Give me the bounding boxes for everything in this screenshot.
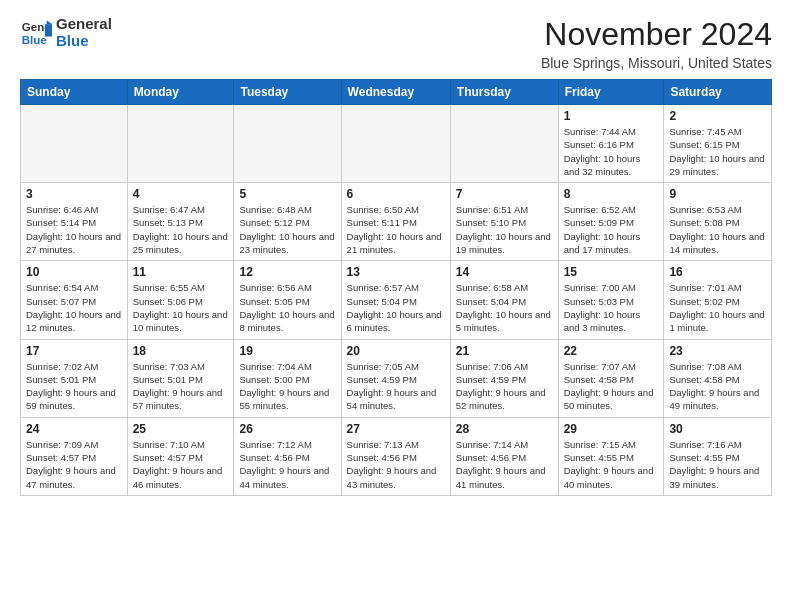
day-number: 21 — [456, 344, 553, 358]
calendar-cell: 2Sunrise: 7:45 AM Sunset: 6:15 PM Daylig… — [664, 105, 772, 183]
day-number: 8 — [564, 187, 659, 201]
calendar-header-row: SundayMondayTuesdayWednesdayThursdayFrid… — [21, 80, 772, 105]
calendar-cell: 18Sunrise: 7:03 AM Sunset: 5:01 PM Dayli… — [127, 339, 234, 417]
day-info: Sunrise: 7:44 AM Sunset: 6:16 PM Dayligh… — [564, 125, 659, 178]
day-number: 2 — [669, 109, 766, 123]
calendar-cell — [341, 105, 450, 183]
day-number: 10 — [26, 265, 122, 279]
day-info: Sunrise: 6:58 AM Sunset: 5:04 PM Dayligh… — [456, 281, 553, 334]
day-info: Sunrise: 6:54 AM Sunset: 5:07 PM Dayligh… — [26, 281, 122, 334]
calendar-cell: 14Sunrise: 6:58 AM Sunset: 5:04 PM Dayli… — [450, 261, 558, 339]
day-number: 22 — [564, 344, 659, 358]
day-info: Sunrise: 7:10 AM Sunset: 4:57 PM Dayligh… — [133, 438, 229, 491]
day-number: 4 — [133, 187, 229, 201]
col-header-thursday: Thursday — [450, 80, 558, 105]
calendar-cell: 26Sunrise: 7:12 AM Sunset: 4:56 PM Dayli… — [234, 417, 341, 495]
logo: General Blue General Blue — [20, 16, 112, 49]
day-info: Sunrise: 6:56 AM Sunset: 5:05 PM Dayligh… — [239, 281, 335, 334]
day-info: Sunrise: 7:16 AM Sunset: 4:55 PM Dayligh… — [669, 438, 766, 491]
calendar-cell: 23Sunrise: 7:08 AM Sunset: 4:58 PM Dayli… — [664, 339, 772, 417]
calendar-cell — [450, 105, 558, 183]
day-number: 11 — [133, 265, 229, 279]
day-number: 19 — [239, 344, 335, 358]
day-number: 26 — [239, 422, 335, 436]
calendar-cell: 3Sunrise: 6:46 AM Sunset: 5:14 PM Daylig… — [21, 183, 128, 261]
day-number: 5 — [239, 187, 335, 201]
day-number: 27 — [347, 422, 445, 436]
day-number: 7 — [456, 187, 553, 201]
calendar-cell: 27Sunrise: 7:13 AM Sunset: 4:56 PM Dayli… — [341, 417, 450, 495]
day-number: 3 — [26, 187, 122, 201]
calendar-cell: 6Sunrise: 6:50 AM Sunset: 5:11 PM Daylig… — [341, 183, 450, 261]
calendar-cell: 28Sunrise: 7:14 AM Sunset: 4:56 PM Dayli… — [450, 417, 558, 495]
calendar-cell: 11Sunrise: 6:55 AM Sunset: 5:06 PM Dayli… — [127, 261, 234, 339]
calendar-cell — [127, 105, 234, 183]
day-info: Sunrise: 6:51 AM Sunset: 5:10 PM Dayligh… — [456, 203, 553, 256]
day-number: 29 — [564, 422, 659, 436]
svg-text:Blue: Blue — [22, 33, 48, 45]
day-info: Sunrise: 7:15 AM Sunset: 4:55 PM Dayligh… — [564, 438, 659, 491]
day-number: 30 — [669, 422, 766, 436]
day-info: Sunrise: 7:03 AM Sunset: 5:01 PM Dayligh… — [133, 360, 229, 413]
day-number: 9 — [669, 187, 766, 201]
day-number: 15 — [564, 265, 659, 279]
calendar-table: SundayMondayTuesdayWednesdayThursdayFrid… — [20, 79, 772, 496]
week-row-5: 24Sunrise: 7:09 AM Sunset: 4:57 PM Dayli… — [21, 417, 772, 495]
week-row-4: 17Sunrise: 7:02 AM Sunset: 5:01 PM Dayli… — [21, 339, 772, 417]
col-header-wednesday: Wednesday — [341, 80, 450, 105]
week-row-1: 1Sunrise: 7:44 AM Sunset: 6:16 PM Daylig… — [21, 105, 772, 183]
day-info: Sunrise: 6:52 AM Sunset: 5:09 PM Dayligh… — [564, 203, 659, 256]
day-info: Sunrise: 7:04 AM Sunset: 5:00 PM Dayligh… — [239, 360, 335, 413]
month-title: November 2024 — [541, 16, 772, 53]
col-header-tuesday: Tuesday — [234, 80, 341, 105]
day-info: Sunrise: 6:47 AM Sunset: 5:13 PM Dayligh… — [133, 203, 229, 256]
day-info: Sunrise: 7:13 AM Sunset: 4:56 PM Dayligh… — [347, 438, 445, 491]
calendar-cell: 21Sunrise: 7:06 AM Sunset: 4:59 PM Dayli… — [450, 339, 558, 417]
calendar-cell — [21, 105, 128, 183]
day-info: Sunrise: 7:02 AM Sunset: 5:01 PM Dayligh… — [26, 360, 122, 413]
calendar-cell: 9Sunrise: 6:53 AM Sunset: 5:08 PM Daylig… — [664, 183, 772, 261]
day-number: 13 — [347, 265, 445, 279]
day-info: Sunrise: 6:55 AM Sunset: 5:06 PM Dayligh… — [133, 281, 229, 334]
logo-general-text: General — [56, 16, 112, 33]
calendar-cell: 5Sunrise: 6:48 AM Sunset: 5:12 PM Daylig… — [234, 183, 341, 261]
col-header-friday: Friday — [558, 80, 664, 105]
calendar-cell: 4Sunrise: 6:47 AM Sunset: 5:13 PM Daylig… — [127, 183, 234, 261]
logo-icon: General Blue — [20, 17, 52, 49]
title-block: November 2024 Blue Springs, Missouri, Un… — [541, 16, 772, 71]
calendar-cell: 30Sunrise: 7:16 AM Sunset: 4:55 PM Dayli… — [664, 417, 772, 495]
calendar-cell: 20Sunrise: 7:05 AM Sunset: 4:59 PM Dayli… — [341, 339, 450, 417]
day-info: Sunrise: 7:07 AM Sunset: 4:58 PM Dayligh… — [564, 360, 659, 413]
day-number: 20 — [347, 344, 445, 358]
day-info: Sunrise: 7:08 AM Sunset: 4:58 PM Dayligh… — [669, 360, 766, 413]
day-number: 18 — [133, 344, 229, 358]
calendar-cell: 24Sunrise: 7:09 AM Sunset: 4:57 PM Dayli… — [21, 417, 128, 495]
day-number: 25 — [133, 422, 229, 436]
calendar-cell — [234, 105, 341, 183]
day-info: Sunrise: 7:45 AM Sunset: 6:15 PM Dayligh… — [669, 125, 766, 178]
calendar-cell: 13Sunrise: 6:57 AM Sunset: 5:04 PM Dayli… — [341, 261, 450, 339]
calendar-cell: 7Sunrise: 6:51 AM Sunset: 5:10 PM Daylig… — [450, 183, 558, 261]
calendar-cell: 25Sunrise: 7:10 AM Sunset: 4:57 PM Dayli… — [127, 417, 234, 495]
calendar-cell: 10Sunrise: 6:54 AM Sunset: 5:07 PM Dayli… — [21, 261, 128, 339]
col-header-sunday: Sunday — [21, 80, 128, 105]
day-number: 24 — [26, 422, 122, 436]
calendar-cell: 17Sunrise: 7:02 AM Sunset: 5:01 PM Dayli… — [21, 339, 128, 417]
calendar-cell: 29Sunrise: 7:15 AM Sunset: 4:55 PM Dayli… — [558, 417, 664, 495]
day-number: 12 — [239, 265, 335, 279]
day-info: Sunrise: 6:48 AM Sunset: 5:12 PM Dayligh… — [239, 203, 335, 256]
page: General Blue General Blue November 2024 … — [0, 0, 792, 508]
calendar-cell: 1Sunrise: 7:44 AM Sunset: 6:16 PM Daylig… — [558, 105, 664, 183]
day-info: Sunrise: 6:53 AM Sunset: 5:08 PM Dayligh… — [669, 203, 766, 256]
calendar-cell: 12Sunrise: 6:56 AM Sunset: 5:05 PM Dayli… — [234, 261, 341, 339]
day-info: Sunrise: 7:05 AM Sunset: 4:59 PM Dayligh… — [347, 360, 445, 413]
day-number: 14 — [456, 265, 553, 279]
day-info: Sunrise: 7:00 AM Sunset: 5:03 PM Dayligh… — [564, 281, 659, 334]
day-info: Sunrise: 6:57 AM Sunset: 5:04 PM Dayligh… — [347, 281, 445, 334]
day-number: 16 — [669, 265, 766, 279]
day-number: 28 — [456, 422, 553, 436]
location: Blue Springs, Missouri, United States — [541, 55, 772, 71]
day-number: 17 — [26, 344, 122, 358]
calendar-cell: 16Sunrise: 7:01 AM Sunset: 5:02 PM Dayli… — [664, 261, 772, 339]
day-info: Sunrise: 7:09 AM Sunset: 4:57 PM Dayligh… — [26, 438, 122, 491]
